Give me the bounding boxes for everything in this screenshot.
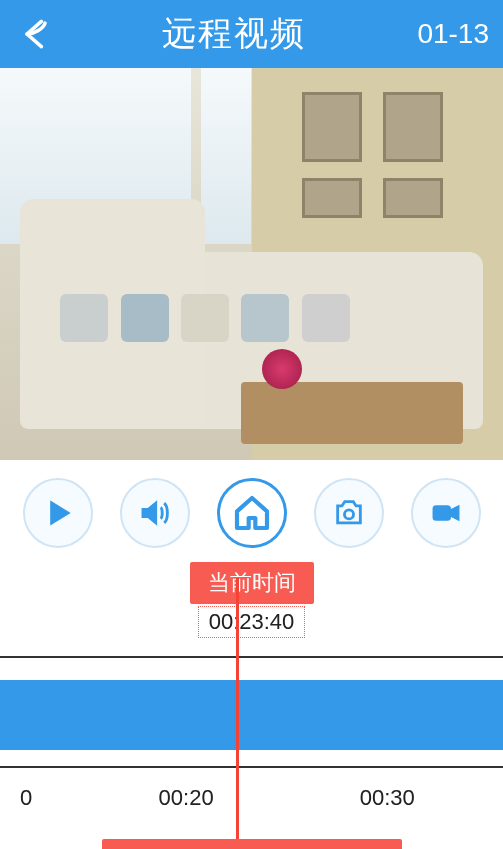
home-button[interactable] <box>217 478 287 548</box>
scene-flowers <box>262 349 302 389</box>
timeline-hint-row: 时间轴，手指拖动更改时间 分钟 <box>0 839 503 849</box>
scene-frame <box>302 178 362 218</box>
current-time-box: 当前时间 00:23:40 <box>0 562 503 638</box>
scene-frame <box>302 92 362 162</box>
scene-frame <box>383 178 443 218</box>
timeline-track <box>0 656 503 768</box>
timeline-playhead[interactable] <box>236 578 239 849</box>
video-icon <box>429 496 463 530</box>
timeline-hint: 时间轴，手指拖动更改时间 <box>102 839 402 849</box>
page-title: 远程视频 <box>58 11 409 57</box>
svg-rect-1 <box>433 506 450 520</box>
scene-pillow <box>121 294 169 342</box>
record-button[interactable] <box>411 478 481 548</box>
scene-pillow <box>60 294 108 342</box>
date-label: 01-13 <box>409 18 489 50</box>
timeline-tick: 00:20 <box>159 785 214 811</box>
timeline-tick: 00:30 <box>360 785 415 811</box>
play-button[interactable] <box>23 478 93 548</box>
play-icon <box>41 496 75 530</box>
home-icon <box>232 493 272 533</box>
timeline-ticks: 0 00:20 00:30 <box>0 785 503 813</box>
timeline-fill <box>0 680 503 750</box>
scene-table <box>241 382 462 445</box>
scene-frame <box>383 92 443 162</box>
controls-bar <box>0 460 503 556</box>
volume-icon <box>138 496 172 530</box>
current-time-value: 00:23:40 <box>198 606 306 638</box>
timeline-tick: 0 <box>20 785 32 811</box>
scene-pillow <box>302 294 350 342</box>
scene-pillow <box>181 294 229 342</box>
current-time-label: 当前时间 <box>190 562 314 604</box>
header-bar: 远程视频 01-13 <box>0 0 503 68</box>
timeline[interactable]: 0 00:20 00:30 <box>0 656 503 781</box>
back-arrow-icon <box>18 16 54 52</box>
back-button[interactable] <box>14 12 58 56</box>
scene-pillow <box>241 294 289 342</box>
video-feed[interactable] <box>0 68 503 460</box>
snapshot-button[interactable] <box>314 478 384 548</box>
minute-suffix: 分钟 <box>437 845 489 850</box>
svg-point-0 <box>344 510 353 519</box>
volume-button[interactable] <box>120 478 190 548</box>
scene-window <box>201 68 251 244</box>
camera-icon <box>332 496 366 530</box>
